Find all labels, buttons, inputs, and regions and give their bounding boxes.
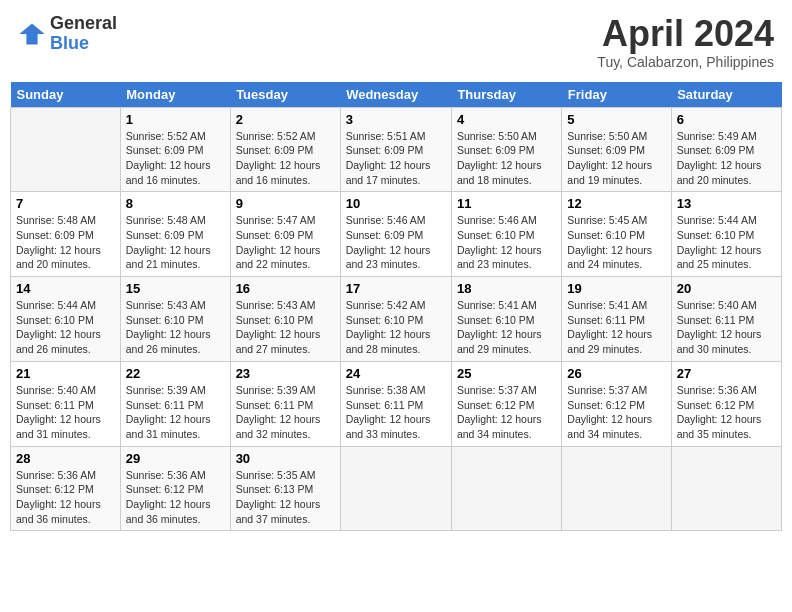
calendar-cell (451, 446, 561, 531)
day-info: Sunrise: 5:36 AMSunset: 6:12 PMDaylight:… (126, 468, 225, 527)
day-number: 5 (567, 112, 665, 127)
calendar-week-3: 14Sunrise: 5:44 AMSunset: 6:10 PMDayligh… (11, 277, 782, 362)
calendar-cell (562, 446, 671, 531)
calendar-cell: 9Sunrise: 5:47 AMSunset: 6:09 PMDaylight… (230, 192, 340, 277)
calendar-cell: 23Sunrise: 5:39 AMSunset: 6:11 PMDayligh… (230, 361, 340, 446)
calendar-cell: 13Sunrise: 5:44 AMSunset: 6:10 PMDayligh… (671, 192, 781, 277)
day-number: 24 (346, 366, 446, 381)
day-number: 19 (567, 281, 665, 296)
calendar-cell (671, 446, 781, 531)
header-saturday: Saturday (671, 82, 781, 108)
calendar-cell: 3Sunrise: 5:51 AMSunset: 6:09 PMDaylight… (340, 107, 451, 192)
day-number: 14 (16, 281, 115, 296)
calendar-cell: 27Sunrise: 5:36 AMSunset: 6:12 PMDayligh… (671, 361, 781, 446)
day-number: 28 (16, 451, 115, 466)
page-header: General Blue April 2024 Tuy, Calabarzon,… (10, 10, 782, 74)
logo-blue: Blue (50, 34, 117, 54)
day-info: Sunrise: 5:39 AMSunset: 6:11 PMDaylight:… (236, 383, 335, 442)
day-info: Sunrise: 5:47 AMSunset: 6:09 PMDaylight:… (236, 213, 335, 272)
calendar-cell: 25Sunrise: 5:37 AMSunset: 6:12 PMDayligh… (451, 361, 561, 446)
calendar-cell: 17Sunrise: 5:42 AMSunset: 6:10 PMDayligh… (340, 277, 451, 362)
svg-marker-0 (19, 23, 44, 44)
calendar-cell: 15Sunrise: 5:43 AMSunset: 6:10 PMDayligh… (120, 277, 230, 362)
header-friday: Friday (562, 82, 671, 108)
calendar-cell: 4Sunrise: 5:50 AMSunset: 6:09 PMDaylight… (451, 107, 561, 192)
calendar-cell: 16Sunrise: 5:43 AMSunset: 6:10 PMDayligh… (230, 277, 340, 362)
day-number: 8 (126, 196, 225, 211)
calendar-week-4: 21Sunrise: 5:40 AMSunset: 6:11 PMDayligh… (11, 361, 782, 446)
calendar-cell: 10Sunrise: 5:46 AMSunset: 6:09 PMDayligh… (340, 192, 451, 277)
location: Tuy, Calabarzon, Philippines (597, 54, 774, 70)
title-block: April 2024 Tuy, Calabarzon, Philippines (597, 14, 774, 70)
header-tuesday: Tuesday (230, 82, 340, 108)
day-info: Sunrise: 5:48 AMSunset: 6:09 PMDaylight:… (126, 213, 225, 272)
header-monday: Monday (120, 82, 230, 108)
calendar-cell: 1Sunrise: 5:52 AMSunset: 6:09 PMDaylight… (120, 107, 230, 192)
day-number: 21 (16, 366, 115, 381)
calendar-cell (11, 107, 121, 192)
day-number: 26 (567, 366, 665, 381)
calendar-cell: 30Sunrise: 5:35 AMSunset: 6:13 PMDayligh… (230, 446, 340, 531)
day-number: 18 (457, 281, 556, 296)
calendar-cell: 14Sunrise: 5:44 AMSunset: 6:10 PMDayligh… (11, 277, 121, 362)
day-number: 2 (236, 112, 335, 127)
day-number: 12 (567, 196, 665, 211)
day-info: Sunrise: 5:43 AMSunset: 6:10 PMDaylight:… (236, 298, 335, 357)
day-number: 6 (677, 112, 776, 127)
day-info: Sunrise: 5:36 AMSunset: 6:12 PMDaylight:… (677, 383, 776, 442)
calendar-cell: 21Sunrise: 5:40 AMSunset: 6:11 PMDayligh… (11, 361, 121, 446)
day-number: 30 (236, 451, 335, 466)
day-info: Sunrise: 5:43 AMSunset: 6:10 PMDaylight:… (126, 298, 225, 357)
calendar-cell: 29Sunrise: 5:36 AMSunset: 6:12 PMDayligh… (120, 446, 230, 531)
calendar-cell: 28Sunrise: 5:36 AMSunset: 6:12 PMDayligh… (11, 446, 121, 531)
day-info: Sunrise: 5:39 AMSunset: 6:11 PMDaylight:… (126, 383, 225, 442)
day-number: 10 (346, 196, 446, 211)
day-number: 9 (236, 196, 335, 211)
day-info: Sunrise: 5:41 AMSunset: 6:10 PMDaylight:… (457, 298, 556, 357)
day-number: 25 (457, 366, 556, 381)
header-wednesday: Wednesday (340, 82, 451, 108)
calendar-cell (340, 446, 451, 531)
day-info: Sunrise: 5:44 AMSunset: 6:10 PMDaylight:… (677, 213, 776, 272)
calendar-cell: 8Sunrise: 5:48 AMSunset: 6:09 PMDaylight… (120, 192, 230, 277)
calendar-cell: 26Sunrise: 5:37 AMSunset: 6:12 PMDayligh… (562, 361, 671, 446)
logo-text: General Blue (50, 14, 117, 54)
day-info: Sunrise: 5:37 AMSunset: 6:12 PMDaylight:… (457, 383, 556, 442)
day-info: Sunrise: 5:37 AMSunset: 6:12 PMDaylight:… (567, 383, 665, 442)
day-info: Sunrise: 5:48 AMSunset: 6:09 PMDaylight:… (16, 213, 115, 272)
logo-general: General (50, 14, 117, 34)
day-number: 11 (457, 196, 556, 211)
day-info: Sunrise: 5:46 AMSunset: 6:09 PMDaylight:… (346, 213, 446, 272)
day-number: 22 (126, 366, 225, 381)
day-info: Sunrise: 5:51 AMSunset: 6:09 PMDaylight:… (346, 129, 446, 188)
calendar-cell: 11Sunrise: 5:46 AMSunset: 6:10 PMDayligh… (451, 192, 561, 277)
calendar-cell: 20Sunrise: 5:40 AMSunset: 6:11 PMDayligh… (671, 277, 781, 362)
calendar-cell: 7Sunrise: 5:48 AMSunset: 6:09 PMDaylight… (11, 192, 121, 277)
day-number: 15 (126, 281, 225, 296)
calendar-cell: 5Sunrise: 5:50 AMSunset: 6:09 PMDaylight… (562, 107, 671, 192)
day-number: 4 (457, 112, 556, 127)
day-info: Sunrise: 5:35 AMSunset: 6:13 PMDaylight:… (236, 468, 335, 527)
day-info: Sunrise: 5:50 AMSunset: 6:09 PMDaylight:… (457, 129, 556, 188)
day-number: 3 (346, 112, 446, 127)
calendar-table: SundayMondayTuesdayWednesdayThursdayFrid… (10, 82, 782, 532)
calendar-week-2: 7Sunrise: 5:48 AMSunset: 6:09 PMDaylight… (11, 192, 782, 277)
calendar-cell: 24Sunrise: 5:38 AMSunset: 6:11 PMDayligh… (340, 361, 451, 446)
day-number: 23 (236, 366, 335, 381)
calendar-cell: 6Sunrise: 5:49 AMSunset: 6:09 PMDaylight… (671, 107, 781, 192)
logo: General Blue (18, 14, 117, 54)
day-info: Sunrise: 5:40 AMSunset: 6:11 PMDaylight:… (16, 383, 115, 442)
days-header-row: SundayMondayTuesdayWednesdayThursdayFrid… (11, 82, 782, 108)
day-info: Sunrise: 5:41 AMSunset: 6:11 PMDaylight:… (567, 298, 665, 357)
day-number: 20 (677, 281, 776, 296)
day-number: 16 (236, 281, 335, 296)
day-info: Sunrise: 5:40 AMSunset: 6:11 PMDaylight:… (677, 298, 776, 357)
day-info: Sunrise: 5:45 AMSunset: 6:10 PMDaylight:… (567, 213, 665, 272)
calendar-cell: 18Sunrise: 5:41 AMSunset: 6:10 PMDayligh… (451, 277, 561, 362)
day-info: Sunrise: 5:52 AMSunset: 6:09 PMDaylight:… (126, 129, 225, 188)
day-info: Sunrise: 5:42 AMSunset: 6:10 PMDaylight:… (346, 298, 446, 357)
day-number: 1 (126, 112, 225, 127)
month-title: April 2024 (597, 14, 774, 54)
calendar-cell: 19Sunrise: 5:41 AMSunset: 6:11 PMDayligh… (562, 277, 671, 362)
calendar-week-5: 28Sunrise: 5:36 AMSunset: 6:12 PMDayligh… (11, 446, 782, 531)
